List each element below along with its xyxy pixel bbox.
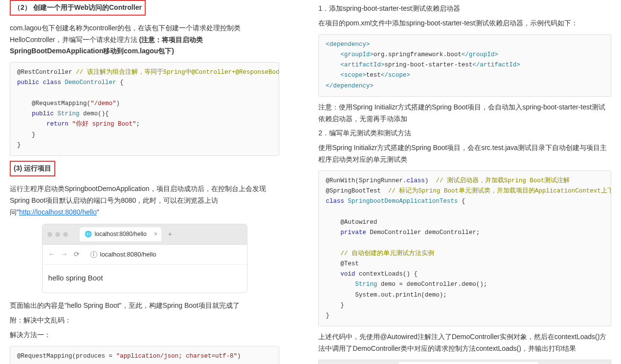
paragraph: 2．编写单元测试类和测试方法 bbox=[318, 128, 611, 139]
browser-address-bar: ← → ⟳ i localhost:8080/hello bbox=[43, 245, 247, 265]
paragraph: 页面输出的内容是"hello Spring Boot"，至此，构建Spring … bbox=[10, 300, 279, 312]
browser-tab[interactable]: 🌐 localhost:8080/hello × bbox=[80, 227, 161, 241]
paragraph: com.lagou包下创建名称为controller的包，在该包下创建一个请求处… bbox=[10, 22, 279, 57]
test-run-panel: ◆ootDemoApplication× ◆SpringbootDemoAppl… bbox=[318, 360, 611, 364]
test-tab[interactable]: ◆SpringbootDemoApplicationTests.contextL… bbox=[399, 362, 539, 364]
traffic-dot-icon bbox=[47, 232, 52, 237]
browser-tabbar: 🌐 localhost:8080/hello × + bbox=[43, 224, 247, 244]
close-icon[interactable]: × bbox=[154, 229, 157, 239]
code-block-java: @RestController // 该注解为组合注解，等同于Spring中@C… bbox=[10, 62, 279, 156]
browser-mockup: 🌐 localhost:8080/hello × + ← → ⟳ i local… bbox=[42, 224, 247, 293]
back-icon[interactable]: ← bbox=[48, 249, 55, 260]
paragraph: 运行主程序启动类SpringbootDemoApplication，项目启动成功… bbox=[10, 183, 279, 218]
paragraph: 解决方法一： bbox=[10, 329, 279, 341]
test-tab[interactable]: ◆ootDemoApplication× bbox=[323, 362, 392, 364]
url-field[interactable]: i localhost:8080/hello bbox=[86, 248, 161, 261]
traffic-dot-icon bbox=[55, 232, 60, 237]
left-column: （2） 创建一个用于Web访问的Controller com.lagou包下创建… bbox=[0, 0, 289, 364]
globe-icon: 🌐 bbox=[85, 229, 92, 239]
code-block-java-test: @RunWith(SpringRunner.class) // 测试启动器，并加… bbox=[318, 171, 611, 327]
section-3-heading: (3) 运行项目 bbox=[10, 161, 55, 176]
test-tabs: ◆ootDemoApplication× ◆SpringbootDemoAppl… bbox=[319, 360, 611, 364]
paragraph: 在项目的pom.xml文件中添加spring-boot-starter-test… bbox=[318, 18, 611, 29]
forward-icon[interactable]: → bbox=[61, 249, 68, 260]
right-column: 1．添加spring-boot-starter-test测试依赖启动器 在项目的… bbox=[318, 0, 621, 364]
localhost-link[interactable]: http://localhost:8080/hello bbox=[19, 208, 97, 216]
info-icon: i bbox=[90, 251, 97, 258]
new-tab-button[interactable]: + bbox=[168, 229, 172, 240]
paragraph: 注意：使用Spring Initializr方式搭建的Spring Boot项目… bbox=[318, 102, 611, 125]
paragraph: 上述代码中，先使用@Autowired注解注入了DemoController实例… bbox=[318, 331, 611, 355]
code-block-xml: <dependency> <groupId>org.springframewor… bbox=[318, 34, 611, 97]
paragraph: 附：解决中文乱码： bbox=[10, 315, 279, 326]
tab-title: localhost:8080/hello bbox=[95, 229, 147, 239]
paragraph: 1．添加spring-boot-starter-test测试依赖启动器 bbox=[318, 3, 611, 15]
reload-icon[interactable]: ⟳ bbox=[74, 249, 80, 260]
code-block-java: @RequestMapping(produces = "application/… bbox=[10, 346, 279, 364]
traffic-dot-icon bbox=[63, 232, 68, 237]
browser-body: hello spring Boot bbox=[43, 265, 247, 293]
section-2-heading: （2） 创建一个用于Web访问的Controller bbox=[10, 0, 146, 16]
paragraph: 使用Spring Initializr方式搭建的Spring Boot项目，会在… bbox=[318, 142, 611, 166]
